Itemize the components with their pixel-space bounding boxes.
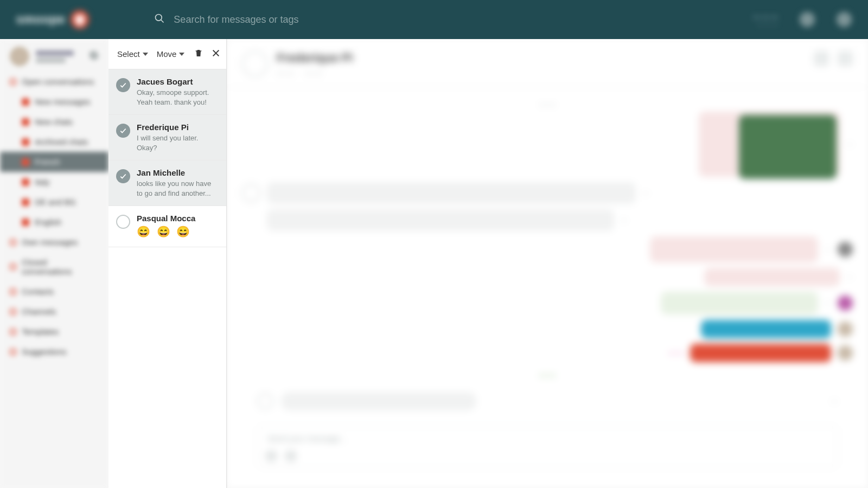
sidebar: Open conversationsNew messagesNew chatsA… xyxy=(0,39,108,488)
gear-icon[interactable] xyxy=(89,50,99,62)
conversation-item[interactable]: Jacues BogartOkay, smoope support. Yeah … xyxy=(108,69,226,115)
avatar xyxy=(838,242,853,257)
header-right: — — — — — — xyxy=(753,12,852,27)
sidebar-item-label: Channels xyxy=(22,307,56,316)
notifications-icon[interactable] xyxy=(800,12,815,27)
sidebar-item[interactable]: Channels xyxy=(0,301,108,322)
folder-icon xyxy=(10,264,16,270)
message-stream: — — — — — — — — xyxy=(227,87,868,479)
date-separator: — — xyxy=(242,100,853,108)
menu-icon[interactable] xyxy=(837,12,852,27)
sidebar-item[interactable]: French xyxy=(0,152,108,172)
chat-title: Frederique Pi xyxy=(277,51,805,65)
folder-icon xyxy=(10,79,16,85)
delete-button[interactable] xyxy=(191,45,206,63)
sidebar-item[interactable]: Archived chats xyxy=(0,132,108,152)
conversation-name: Frederique Pi xyxy=(137,123,219,132)
sidebar-item-label: Templates xyxy=(22,327,59,336)
message-bubble xyxy=(661,292,818,314)
sidebar-item[interactable]: Contacts xyxy=(0,281,108,301)
folder-icon xyxy=(10,329,16,335)
compose-placeholder: Send your message... xyxy=(267,434,347,443)
close-button[interactable] xyxy=(208,46,224,63)
sidebar-item[interactable]: Templates xyxy=(0,322,108,342)
folder-icon xyxy=(22,158,29,166)
attach-icon[interactable] xyxy=(285,450,297,462)
sidebar-item[interactable]: New chats xyxy=(0,112,108,132)
sidebar-item[interactable]: Own messages xyxy=(0,232,108,252)
avatar xyxy=(242,184,260,202)
chat-avatar xyxy=(242,51,268,77)
brand-badge-icon xyxy=(71,10,89,29)
sidebar-profile[interactable] xyxy=(0,39,108,72)
conversation-item[interactable]: Pasqual Mocca😄 😄 😄 xyxy=(108,206,226,247)
sidebar-item-label: English xyxy=(35,217,61,227)
message-bubble xyxy=(690,344,831,362)
timestamp: — xyxy=(825,299,831,307)
sidebar-item[interactable]: New messages xyxy=(0,92,108,112)
conversation-name: Jan Michelle xyxy=(137,168,219,177)
compose-box[interactable]: Send your message... xyxy=(257,426,838,468)
sidebar-item-label: French xyxy=(35,157,60,166)
profile-name xyxy=(36,50,82,63)
folder-icon xyxy=(22,219,29,226)
folder-icon xyxy=(22,138,29,146)
sidebar-item-label: DE and BG xyxy=(35,197,76,207)
chevron-down-icon xyxy=(143,52,148,57)
conversation-name: Pasqual Mocca xyxy=(137,214,219,223)
sidebar-item-label: Suggestions xyxy=(22,347,67,356)
sidebar-item-label: New chats xyxy=(35,117,73,126)
folder-icon xyxy=(10,288,16,295)
select-checkbox[interactable] xyxy=(116,169,130,183)
emoji-icon[interactable] xyxy=(265,450,277,462)
message-bubble xyxy=(701,320,831,338)
message-bubble xyxy=(704,268,840,286)
sidebar-item-label: Open conversations xyxy=(22,77,94,86)
sidebar-item-label: Italy xyxy=(35,177,50,187)
avatar xyxy=(838,345,853,361)
global-search[interactable] xyxy=(154,13,369,26)
chat-subtitle: — —— — xyxy=(277,68,805,77)
sidebar-item-label: New messages xyxy=(35,97,91,106)
chevron-down-icon xyxy=(179,52,184,57)
message-bubble xyxy=(281,392,476,410)
timestamp: — xyxy=(642,189,649,197)
conversation-preview: Okay, smoope support. Yeah team. thank y… xyxy=(137,88,219,107)
select-checkbox[interactable] xyxy=(116,78,130,92)
select-checkbox[interactable] xyxy=(116,215,130,229)
folder-icon xyxy=(10,349,16,355)
sidebar-item[interactable]: DE and BG xyxy=(0,192,108,212)
folder-icon xyxy=(22,198,29,206)
sidebar-item[interactable]: Italy xyxy=(0,172,108,192)
folder-icon xyxy=(22,118,29,126)
conversation-item[interactable]: Frederique PiI will send you later. Okay… xyxy=(108,115,226,160)
sidebar-item[interactable]: Suggestions xyxy=(0,342,108,362)
conversation-preview: 😄 😄 😄 xyxy=(137,224,219,239)
timestamp: — xyxy=(846,273,853,281)
conversation-preview: I will send you later. Okay? xyxy=(137,133,219,152)
header-status-pill[interactable]: — — — — — — xyxy=(753,12,778,27)
move-dropdown[interactable]: Move xyxy=(155,46,187,62)
chat-action-icon[interactable] xyxy=(838,51,853,66)
chat-action-icon[interactable] xyxy=(814,51,829,66)
sidebar-item-label: Own messages xyxy=(22,237,78,247)
avatar xyxy=(838,296,853,311)
folder-icon xyxy=(22,178,29,186)
move-label: Move xyxy=(157,49,177,59)
svg-point-0 xyxy=(156,15,162,21)
select-dropdown[interactable]: Select xyxy=(115,46,150,62)
sidebar-item[interactable]: Closed conversations xyxy=(0,252,108,281)
conversation-item[interactable]: Jan Michellelooks like you now have to g… xyxy=(108,160,226,206)
folder-icon xyxy=(10,239,16,246)
search-input[interactable] xyxy=(174,14,369,25)
sidebar-item[interactable]: English xyxy=(0,212,108,232)
select-checkbox[interactable] xyxy=(116,124,130,138)
sidebar-item[interactable]: Open conversations xyxy=(0,72,108,92)
message-bubble xyxy=(267,209,614,231)
timestamp: — xyxy=(825,246,831,253)
search-icon xyxy=(154,13,165,26)
selection-toolbar: Select Move xyxy=(108,39,226,69)
brand-logo: smoope xyxy=(16,10,89,29)
error-label: — — xyxy=(669,349,684,357)
sidebar-item-label: Closed conversations xyxy=(22,258,99,276)
